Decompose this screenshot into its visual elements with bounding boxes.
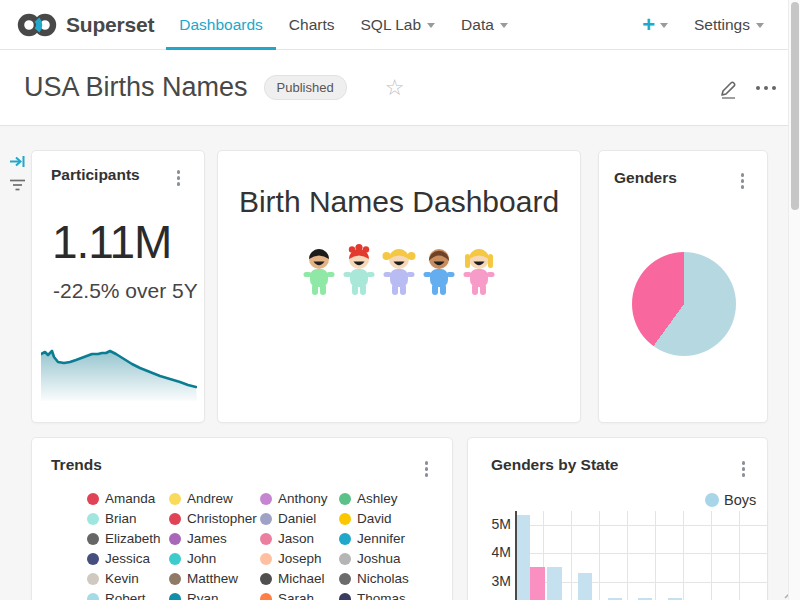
legend-dot (169, 533, 181, 545)
legend-dot (87, 573, 99, 585)
legend-dot (87, 593, 99, 600)
gridline (515, 525, 767, 526)
legend-item-kevin[interactable]: Kevin (87, 571, 139, 586)
legend-item-jessica[interactable]: Jessica (87, 551, 150, 566)
child-figure (459, 243, 499, 301)
legend-item-anthony[interactable]: Anthony (260, 491, 328, 506)
legend-label: Andrew (187, 491, 233, 506)
gridline (515, 553, 767, 554)
nav-item-dashboards[interactable]: Dashboards (166, 0, 276, 50)
legend-dot (260, 593, 272, 600)
legend-item-joshua[interactable]: Joshua (339, 551, 401, 566)
legend-label: Joshua (357, 551, 401, 566)
page-scrollbar (788, 0, 800, 600)
legend-label: Jessica (105, 551, 150, 566)
settings-menu[interactable]: Settings (694, 16, 764, 34)
published-badge[interactable]: Published (264, 75, 347, 100)
card-genders: Genders (598, 150, 768, 423)
legend-item-elizabeth[interactable]: Elizabeth (87, 531, 161, 546)
nav-item-sql-lab[interactable]: SQL Lab (348, 0, 449, 50)
bar-boys[interactable] (578, 573, 592, 600)
legend-item-christopher[interactable]: Christopher (169, 511, 257, 526)
legend-label: Joseph (278, 551, 322, 566)
y-tick-label: 3M (468, 573, 511, 589)
bar-boys[interactable] (547, 567, 562, 600)
legend-item-nicholas[interactable]: Nicholas (339, 571, 409, 586)
legend-item-sarah[interactable]: Sarah (260, 591, 314, 600)
bar-boys[interactable] (515, 515, 530, 600)
filter-bar-collapsed (0, 126, 31, 600)
legend-item-matthew[interactable]: Matthew (169, 571, 238, 586)
nav-item-label: SQL Lab (361, 16, 422, 34)
card-trends: Trends AmandaAndrewAnthonyAshleyBrianChr… (31, 437, 453, 600)
legend-label: Brian (105, 511, 137, 526)
y-tick-label: 5M (468, 516, 511, 532)
legend-dot (705, 493, 719, 507)
navbar-right: + Settings (642, 14, 778, 36)
legend-item-andrew[interactable]: Andrew (169, 491, 233, 506)
legend-label: Daniel (278, 511, 316, 526)
legend-item-thomas[interactable]: Thomas (339, 591, 406, 600)
brand-name: Superset (66, 13, 154, 37)
legend-dot (169, 553, 181, 565)
legend-dot (87, 553, 99, 565)
nav-item-charts[interactable]: Charts (276, 0, 348, 50)
scrollbar-thumb[interactable] (791, 2, 799, 210)
edit-pencil-icon[interactable] (718, 77, 740, 99)
legend-item-brian[interactable]: Brian (87, 511, 137, 526)
legend-label: Robert (105, 591, 146, 600)
legend-item-jason[interactable]: Jason (260, 531, 314, 546)
nav-items: DashboardsChartsSQL LabData (166, 0, 521, 50)
legend-item-daniel[interactable]: Daniel (260, 511, 316, 526)
legend-label: Thomas (357, 591, 406, 600)
legend-dot (339, 573, 351, 585)
nav-item-label: Charts (289, 16, 335, 34)
y-tick-label: 4M (468, 544, 511, 560)
legend-item-ryan[interactable]: Ryan (169, 591, 219, 600)
legend-item-robert[interactable]: Robert (87, 591, 146, 600)
favorite-star-icon[interactable]: ☆ (385, 77, 405, 99)
legend-label: Ryan (187, 591, 219, 600)
legend-dot (339, 493, 351, 505)
expand-filter-bar-icon[interactable] (9, 153, 26, 170)
chevron-down-icon (756, 23, 764, 28)
nav-item-data[interactable]: Data (448, 0, 521, 50)
new-item-button[interactable]: + (642, 14, 668, 36)
legend-item-boys[interactable]: Boys (705, 492, 756, 508)
legend-item-ashley[interactable]: Ashley (339, 491, 398, 506)
child-figure (339, 243, 379, 301)
kebab-menu-icon[interactable] (175, 168, 183, 188)
kebab-menu-icon[interactable] (739, 171, 747, 191)
chevron-down-icon (660, 23, 668, 28)
legend-item-joseph[interactable]: Joseph (260, 551, 322, 566)
child-figure (379, 243, 419, 301)
kebab-menu-icon[interactable] (423, 459, 431, 479)
child-figure (299, 243, 339, 301)
legend-label: Anthony (278, 491, 328, 506)
chart-title: Participants (51, 166, 140, 184)
legend-dot (260, 573, 272, 585)
filter-list-icon[interactable] (9, 178, 26, 192)
bar-girls[interactable] (530, 567, 545, 600)
legend-label: Michael (278, 571, 325, 586)
legend-dot (87, 533, 99, 545)
legend-dot (260, 533, 272, 545)
legend-item-david[interactable]: David (339, 511, 392, 526)
legend-dot (169, 573, 181, 585)
legend-label: James (187, 531, 227, 546)
legend-label: Matthew (187, 571, 238, 586)
kebab-menu-icon[interactable] (740, 459, 748, 479)
legend-item-jennifer[interactable]: Jennifer (339, 531, 405, 546)
child-figure (419, 243, 459, 301)
legend-item-john[interactable]: John (169, 551, 216, 566)
chart-title: Genders (614, 169, 677, 187)
legend-label: Nicholas (357, 571, 409, 586)
more-actions-icon[interactable] (756, 86, 776, 90)
big-number-subheader: -22.5% over 5Y (53, 279, 198, 303)
superset-logo[interactable]: Superset (16, 11, 154, 39)
legend-label: David (357, 511, 392, 526)
legend-item-michael[interactable]: Michael (260, 571, 325, 586)
legend-item-james[interactable]: James (169, 531, 227, 546)
genders-pie-chart[interactable] (632, 252, 736, 356)
legend-item-amanda[interactable]: Amanda (87, 491, 155, 506)
